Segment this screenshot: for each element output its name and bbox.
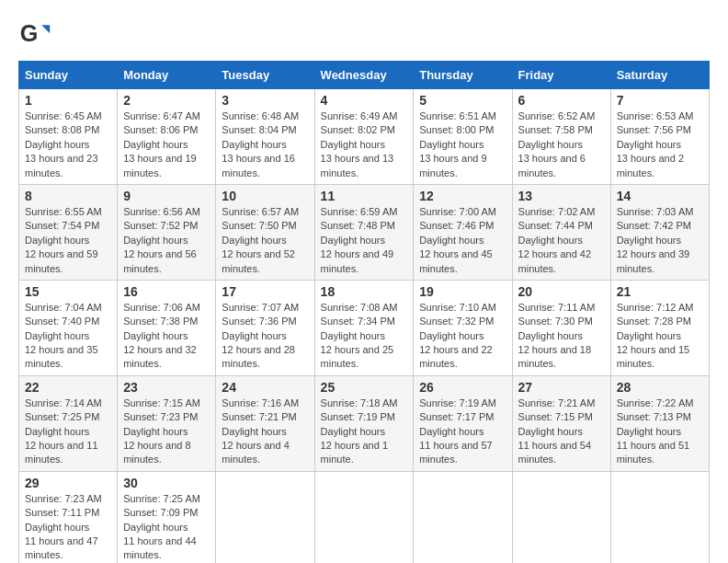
day-detail: Sunrise: 7:19 AMSunset: 7:17 PMDaylight … bbox=[419, 397, 496, 465]
day-detail: Sunrise: 6:53 AMSunset: 7:56 PMDaylight … bbox=[617, 110, 694, 178]
day-detail: Sunrise: 7:21 AMSunset: 7:15 PMDaylight … bbox=[518, 397, 596, 465]
day-detail: Sunrise: 6:47 AMSunset: 8:06 PMDaylight … bbox=[123, 110, 200, 178]
calendar-cell: 10Sunrise: 6:57 AMSunset: 7:50 PMDayligh… bbox=[216, 184, 314, 280]
calendar-cell: 30Sunrise: 7:25 AMSunset: 7:09 PMDayligh… bbox=[118, 471, 216, 563]
day-detail: Sunrise: 7:18 AMSunset: 7:19 PMDaylight … bbox=[321, 397, 398, 465]
day-number: 5 bbox=[419, 93, 506, 108]
header-wednesday: Wednesday bbox=[314, 62, 414, 89]
calendar-cell: 9Sunrise: 6:56 AMSunset: 7:52 PMDaylight… bbox=[118, 184, 216, 280]
day-number: 18 bbox=[321, 284, 408, 299]
logo-icon: G bbox=[18, 18, 51, 52]
day-number: 2 bbox=[123, 93, 210, 108]
day-number: 3 bbox=[222, 93, 308, 108]
header-row: SundayMondayTuesdayWednesdayThursdayFrid… bbox=[19, 62, 710, 89]
calendar-cell: 12Sunrise: 7:00 AMSunset: 7:46 PMDayligh… bbox=[414, 184, 512, 280]
day-detail: Sunrise: 6:56 AMSunset: 7:52 PMDaylight … bbox=[123, 206, 200, 274]
calendar-cell: 27Sunrise: 7:21 AMSunset: 7:15 PMDayligh… bbox=[512, 375, 610, 471]
calendar-cell bbox=[314, 471, 414, 563]
day-detail: Sunrise: 7:22 AMSunset: 7:13 PMDaylight … bbox=[617, 397, 694, 465]
day-number: 15 bbox=[25, 284, 111, 299]
calendar-cell: 7Sunrise: 6:53 AMSunset: 7:56 PMDaylight… bbox=[610, 89, 709, 185]
calendar-table: SundayMondayTuesdayWednesdayThursdayFrid… bbox=[18, 61, 710, 563]
calendar-cell: 29Sunrise: 7:23 AMSunset: 7:11 PMDayligh… bbox=[19, 471, 118, 563]
day-number: 26 bbox=[419, 380, 506, 395]
day-number: 7 bbox=[617, 93, 703, 108]
day-detail: Sunrise: 7:06 AMSunset: 7:38 PMDaylight … bbox=[123, 302, 200, 370]
day-number: 9 bbox=[123, 189, 210, 203]
day-detail: Sunrise: 7:03 AMSunset: 7:42 PMDaylight … bbox=[617, 206, 694, 274]
calendar-cell bbox=[610, 471, 709, 563]
svg-marker-1 bbox=[41, 25, 50, 33]
week-row-3: 15Sunrise: 7:04 AMSunset: 7:40 PMDayligh… bbox=[19, 280, 710, 375]
calendar-cell: 8Sunrise: 6:55 AMSunset: 7:54 PMDaylight… bbox=[19, 184, 118, 280]
day-number: 22 bbox=[25, 380, 111, 395]
day-detail: Sunrise: 7:14 AMSunset: 7:25 PMDaylight … bbox=[25, 397, 102, 465]
day-detail: Sunrise: 7:07 AMSunset: 7:36 PMDaylight … bbox=[222, 302, 299, 370]
week-row-5: 29Sunrise: 7:23 AMSunset: 7:11 PMDayligh… bbox=[19, 471, 710, 563]
header-tuesday: Tuesday bbox=[216, 62, 314, 89]
day-number: 24 bbox=[222, 380, 308, 395]
calendar-cell: 1Sunrise: 6:45 AMSunset: 8:08 PMDaylight… bbox=[19, 89, 118, 185]
calendar-cell: 23Sunrise: 7:15 AMSunset: 7:23 PMDayligh… bbox=[118, 375, 216, 471]
calendar-cell bbox=[512, 471, 610, 563]
header-sunday: Sunday bbox=[19, 62, 118, 89]
header-friday: Friday bbox=[512, 62, 610, 89]
day-detail: Sunrise: 7:23 AMSunset: 7:11 PMDaylight … bbox=[25, 493, 102, 561]
day-number: 12 bbox=[419, 189, 506, 203]
day-number: 8 bbox=[25, 189, 111, 203]
day-number: 28 bbox=[617, 380, 703, 395]
calendar-cell: 16Sunrise: 7:06 AMSunset: 7:38 PMDayligh… bbox=[118, 280, 216, 375]
calendar-cell: 24Sunrise: 7:16 AMSunset: 7:21 PMDayligh… bbox=[216, 375, 314, 471]
day-number: 10 bbox=[222, 189, 308, 203]
day-number: 25 bbox=[321, 380, 408, 395]
day-detail: Sunrise: 7:25 AMSunset: 7:09 PMDaylight … bbox=[123, 493, 200, 561]
day-detail: Sunrise: 7:10 AMSunset: 7:32 PMDaylight … bbox=[419, 302, 496, 370]
day-number: 6 bbox=[518, 93, 605, 108]
day-number: 16 bbox=[123, 284, 210, 299]
logo: G bbox=[18, 18, 57, 52]
day-number: 23 bbox=[123, 380, 210, 395]
calendar-cell: 26Sunrise: 7:19 AMSunset: 7:17 PMDayligh… bbox=[414, 375, 512, 471]
day-detail: Sunrise: 6:59 AMSunset: 7:48 PMDaylight … bbox=[321, 206, 398, 274]
day-detail: Sunrise: 6:52 AMSunset: 7:58 PMDaylight … bbox=[518, 110, 596, 178]
day-detail: Sunrise: 6:55 AMSunset: 7:54 PMDaylight … bbox=[25, 206, 102, 274]
calendar-cell: 6Sunrise: 6:52 AMSunset: 7:58 PMDaylight… bbox=[512, 89, 610, 185]
header-saturday: Saturday bbox=[610, 62, 709, 89]
calendar-cell: 4Sunrise: 6:49 AMSunset: 8:02 PMDaylight… bbox=[314, 89, 414, 185]
day-number: 14 bbox=[617, 189, 703, 203]
day-number: 17 bbox=[222, 284, 308, 299]
calendar-cell: 11Sunrise: 6:59 AMSunset: 7:48 PMDayligh… bbox=[314, 184, 414, 280]
day-detail: Sunrise: 7:04 AMSunset: 7:40 PMDaylight … bbox=[25, 302, 102, 370]
calendar-cell: 3Sunrise: 6:48 AMSunset: 8:04 PMDaylight… bbox=[216, 89, 314, 185]
week-row-2: 8Sunrise: 6:55 AMSunset: 7:54 PMDaylight… bbox=[19, 184, 710, 280]
calendar-cell: 5Sunrise: 6:51 AMSunset: 8:00 PMDaylight… bbox=[414, 89, 512, 185]
calendar-cell: 25Sunrise: 7:18 AMSunset: 7:19 PMDayligh… bbox=[314, 375, 414, 471]
day-number: 20 bbox=[518, 284, 605, 299]
calendar-cell bbox=[216, 471, 314, 563]
day-detail: Sunrise: 6:51 AMSunset: 8:00 PMDaylight … bbox=[419, 110, 496, 178]
day-number: 11 bbox=[321, 189, 408, 203]
calendar-cell: 2Sunrise: 6:47 AMSunset: 8:06 PMDaylight… bbox=[118, 89, 216, 185]
day-detail: Sunrise: 6:45 AMSunset: 8:08 PMDaylight … bbox=[25, 110, 102, 178]
day-detail: Sunrise: 6:57 AMSunset: 7:50 PMDaylight … bbox=[222, 206, 299, 274]
calendar-body: 1Sunrise: 6:45 AMSunset: 8:08 PMDaylight… bbox=[19, 89, 710, 564]
calendar-cell: 22Sunrise: 7:14 AMSunset: 7:25 PMDayligh… bbox=[19, 375, 118, 471]
page-header: G bbox=[18, 18, 710, 52]
calendar-cell: 21Sunrise: 7:12 AMSunset: 7:28 PMDayligh… bbox=[610, 280, 709, 375]
day-number: 27 bbox=[518, 380, 605, 395]
day-detail: Sunrise: 7:11 AMSunset: 7:30 PMDaylight … bbox=[518, 302, 596, 370]
day-number: 29 bbox=[25, 476, 111, 490]
day-detail: Sunrise: 7:15 AMSunset: 7:23 PMDaylight … bbox=[123, 397, 200, 465]
day-detail: Sunrise: 6:49 AMSunset: 8:02 PMDaylight … bbox=[321, 110, 398, 178]
day-number: 21 bbox=[617, 284, 703, 299]
day-number: 13 bbox=[518, 189, 605, 203]
day-detail: Sunrise: 7:02 AMSunset: 7:44 PMDaylight … bbox=[518, 206, 596, 274]
day-detail: Sunrise: 6:48 AMSunset: 8:04 PMDaylight … bbox=[222, 110, 299, 178]
day-detail: Sunrise: 7:16 AMSunset: 7:21 PMDaylight … bbox=[222, 397, 299, 465]
day-detail: Sunrise: 7:08 AMSunset: 7:34 PMDaylight … bbox=[321, 302, 398, 370]
calendar-cell: 13Sunrise: 7:02 AMSunset: 7:44 PMDayligh… bbox=[512, 184, 610, 280]
calendar-header: SundayMondayTuesdayWednesdayThursdayFrid… bbox=[19, 62, 710, 89]
day-number: 4 bbox=[321, 93, 408, 108]
calendar-cell: 15Sunrise: 7:04 AMSunset: 7:40 PMDayligh… bbox=[19, 280, 118, 375]
week-row-1: 1Sunrise: 6:45 AMSunset: 8:08 PMDaylight… bbox=[19, 89, 710, 185]
